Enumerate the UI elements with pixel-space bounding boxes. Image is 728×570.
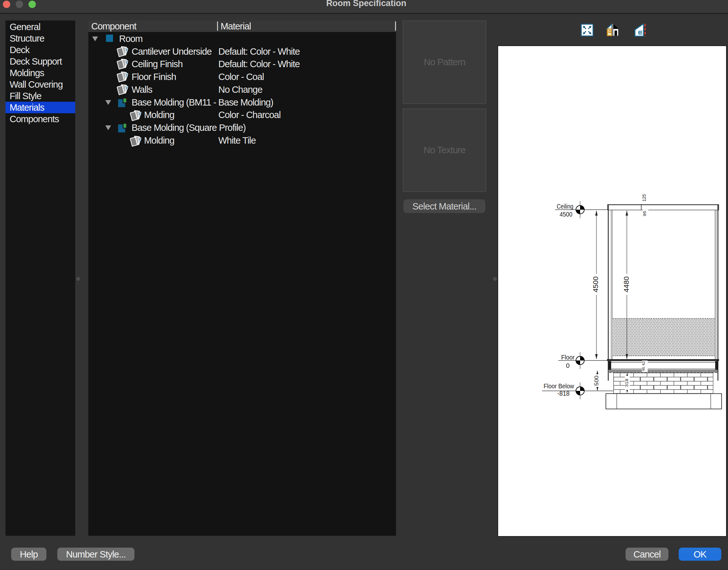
svg-text:95: 95 (642, 211, 647, 216)
svg-text:Floor Below: Floor Below (544, 382, 574, 389)
svg-text:Ceiling: Ceiling (557, 203, 573, 210)
svg-text:4480: 4480 (622, 276, 630, 292)
svg-text:95: 95 (642, 367, 646, 371)
svg-text:62: 62 (642, 361, 646, 365)
svg-text:125: 125 (642, 194, 647, 202)
svg-text:0: 0 (566, 362, 569, 369)
svg-text:-818: -818 (557, 390, 569, 397)
svg-text:500: 500 (593, 375, 600, 386)
svg-text:4500: 4500 (592, 276, 600, 292)
svg-text:4500: 4500 (560, 211, 572, 218)
svg-text:318: 318 (624, 379, 629, 387)
svg-text:Floor: Floor (561, 354, 575, 361)
